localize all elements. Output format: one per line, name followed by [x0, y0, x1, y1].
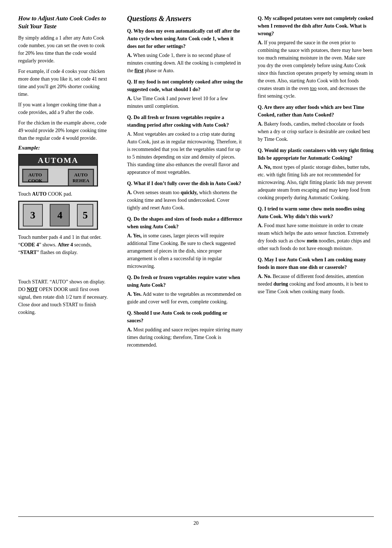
oven-buttons: AUTO COOK AUTO REHEA COO [19, 166, 97, 185]
q6-question: Q. Do fresh or frozen vegetables require… [127, 274, 243, 289]
content-area: How to Adjust Auto Cook Codes to Suit Yo… [18, 15, 374, 506]
example-label: Example: [18, 145, 109, 151]
q8-answer: A. If you prepared the sauce in the oven… [258, 39, 374, 100]
right-column: Q. My scalloped potatoes were not comple… [250, 15, 374, 506]
left-para-1: By simply adding a 1 after any Auto Cook… [18, 34, 109, 65]
q4-question: Q. What if I don’t fully cover the dish … [127, 180, 243, 187]
bottom-rule [18, 516, 374, 517]
q2-question: Q. If my food is not completely cooked a… [127, 78, 243, 93]
q10-answer: A. No, most types of plastic storage dis… [258, 163, 374, 201]
q5-question: Q. Do the shapes and sizes of foods make… [127, 215, 243, 230]
oven-display-diagram: AUTOMA AUTO COOK AUTO REHEA COO [18, 154, 98, 187]
q4-answer: A. Oven senses steam too quickly, which … [127, 189, 243, 212]
q3-question: Q. Do all fresh or frozen vegetables req… [127, 114, 243, 129]
page-number: 20 [18, 520, 374, 526]
q6-answer: A. Yes. Add water to the vegetables as r… [127, 290, 243, 306]
q1-question: Q. Why does my oven automatically cut of… [127, 27, 243, 50]
q10-question: Q. Would my plastic containers with very… [258, 147, 374, 162]
middle-column: Questions & Answers Q. Why does my oven … [120, 15, 250, 506]
numpad-key-4: 4 [50, 204, 70, 226]
left-section-title: How to Adjust Auto Cook Codes to Suit Yo… [18, 15, 109, 30]
q2-answer: A. Use Time Cook I and power level 10 fo… [127, 95, 243, 110]
touch-start-caption: Touch START. “AUTO” shows on display. DO… [18, 278, 109, 316]
page: How to Adjust Auto Cook Codes to Suit Yo… [0, 0, 392, 548]
q11-answer: A. Food must have some moisture in order… [258, 222, 374, 252]
q5-answer: A. Yes, in some cases, larger pieces wil… [127, 232, 243, 270]
q11-question: Q. I tried to warm some chow mein noodle… [258, 205, 374, 220]
q3-answer: A. Most vegetables are cooked to a crisp… [127, 130, 243, 176]
q8-question: Q. My scalloped potatoes were not comple… [258, 15, 374, 37]
numpad-display: 3 4 5 [18, 201, 98, 230]
q9-answer: A. Bakery foods, candies, melted chocola… [258, 120, 374, 143]
auto-reheat-button: AUTO REHEA [68, 169, 94, 187]
q12-answer: A. No. Because of different food densiti… [258, 273, 374, 295]
left-para-4: For the chicken in the example above, co… [18, 119, 109, 142]
touch-auto-cook-caption: Touch AUTO COOK pad. [18, 190, 109, 198]
middle-section-title: Questions & Answers [127, 15, 243, 23]
left-column: How to Adjust Auto Cook Codes to Suit Yo… [18, 15, 120, 506]
auto-cook-button: AUTO COOK [22, 169, 48, 183]
left-para-2: For example, if code 4 cooks your chicke… [18, 68, 109, 98]
q9-question: Q. Are there any other foods which are b… [258, 103, 374, 119]
touch-number-pads-caption: Touch number pads 4 and 1 in that order.… [18, 233, 109, 256]
q7-question: Q. Should I use Auto Cook to cook puddin… [127, 309, 243, 324]
q12-question: Q. May I use Auto Cook when I am cooking… [258, 256, 374, 271]
q7-answer: A. Most pudding and sauce recipes requir… [127, 326, 243, 349]
numpad-key-3: 3 [23, 204, 43, 226]
oven-display-header: AUTOMA [19, 155, 97, 166]
numpad-key-5: 5 [77, 204, 93, 226]
q1-answer: A. When using Code 1, there is no second… [127, 52, 243, 74]
left-para-3: If you want a longer cooking time than a… [18, 101, 109, 116]
